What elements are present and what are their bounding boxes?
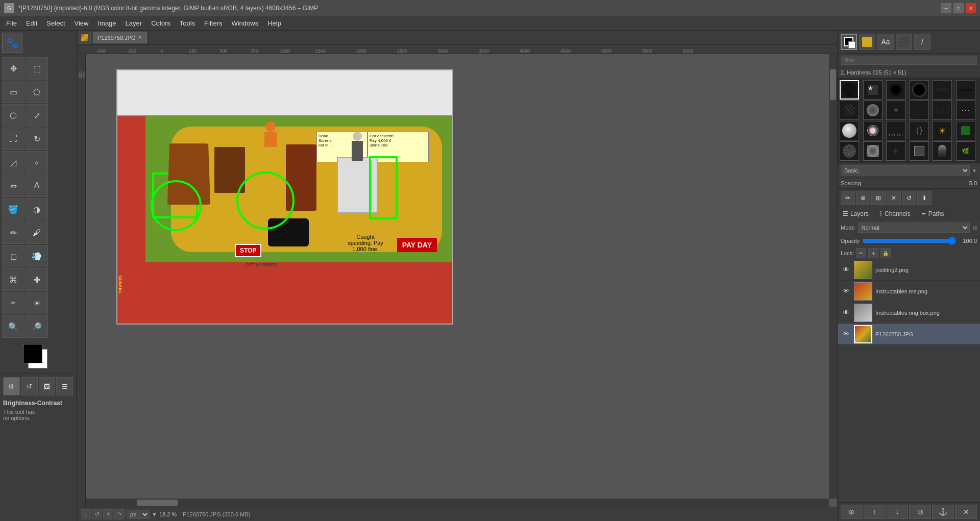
rect-select-btn[interactable]: ▭ (2, 81, 24, 103)
brush-swatch-24[interactable]: 🌿 (956, 141, 975, 161)
brush-action-btn-1[interactable]: ✏ (841, 191, 855, 205)
paintbrush-tool-btn[interactable]: 🖌 (26, 221, 48, 244)
brush-swatch-4[interactable] (910, 80, 929, 100)
maximize-btn[interactable]: □ (953, 3, 964, 13)
brush-swatch-7[interactable] (840, 101, 859, 120)
brush-swatch-8[interactable] (863, 101, 883, 120)
tool-options-tab3[interactable]: 🖼 (39, 377, 56, 395)
tool-options-tab1[interactable]: ⚙ (3, 377, 20, 395)
raise-layer-btn[interactable]: ↑ (864, 505, 886, 519)
tool-options-tab4[interactable]: ☰ (56, 377, 73, 395)
brush-action-btn-5[interactable]: ↺ (902, 191, 916, 205)
dodge-tool-btn[interactable]: ☀ (26, 292, 48, 314)
eraser-tool-btn[interactable]: ◻ (2, 245, 24, 267)
brush-swatch-10[interactable] (910, 101, 929, 120)
hscroll-thumb[interactable] (137, 500, 178, 506)
text-tool-btn[interactable]: A (26, 175, 48, 197)
fuzzy-select-btn[interactable]: ⬡ (2, 104, 24, 127)
unit-select[interactable]: px mm in (127, 510, 150, 519)
menu-file[interactable]: File (2, 17, 21, 29)
airbrush-tool-btn[interactable]: 💨 (26, 245, 48, 267)
free-select-btn[interactable]: ⬠ (26, 81, 48, 103)
menu-view[interactable]: View (70, 17, 93, 29)
tab-close-btn[interactable]: ✕ (138, 34, 142, 41)
brush-swatch-19[interactable] (840, 141, 859, 161)
perspective-tool-btn[interactable]: ⬦ (26, 151, 48, 173)
menu-select[interactable]: Select (42, 17, 69, 29)
fonts-icon-btn[interactable]: Aa (877, 34, 894, 50)
brush-swatch-14[interactable] (863, 121, 883, 140)
vertical-scrollbar[interactable] (829, 54, 837, 499)
statusbar-icon2[interactable]: ↺ (92, 509, 102, 519)
smudge-tool-btn[interactable]: ≈ (2, 292, 24, 314)
delete-layer-btn[interactable]: ✕ (955, 505, 977, 519)
opacity-slider[interactable] (863, 237, 956, 245)
new-layer-btn[interactable]: ⊕ (841, 505, 863, 519)
brush-mode-select[interactable]: Basic, Hardness (841, 165, 970, 176)
flip-tool-btn[interactable]: ⇔ (2, 175, 24, 197)
color-picker-btn[interactable]: 🔍 (2, 315, 24, 338)
lower-layer-btn[interactable]: ↓ (887, 505, 909, 519)
lock-alpha-btn[interactable]: 🔒 (880, 248, 891, 258)
move-tool-btn[interactable]: ✥ (2, 57, 24, 80)
brush-swatch-5[interactable] (933, 80, 952, 100)
menu-colors[interactable]: Colors (147, 17, 175, 29)
layer-visibility-p1260750[interactable]: 👁 (841, 329, 851, 339)
brush-swatch-12[interactable]: ⋯ (956, 101, 975, 120)
menu-layer[interactable]: Layer (121, 17, 146, 29)
brush-swatch-3[interactable] (886, 80, 905, 100)
brush-swatch-9[interactable]: ✦ (886, 101, 905, 120)
layer-item-ring-box[interactable]: 👁 Instructables ring box.png (838, 302, 980, 324)
menu-windows[interactable]: Windows (227, 17, 262, 29)
menu-help[interactable]: Help (263, 17, 285, 29)
channels-tab[interactable]: ⦚ Channels (874, 207, 916, 220)
lock-pixels-btn[interactable]: ✏ (856, 248, 866, 258)
patterns-icon-btn[interactable] (896, 34, 912, 50)
crop-tool-btn[interactable]: ⛶ (2, 128, 24, 150)
menu-tools[interactable]: Tools (176, 17, 199, 29)
align-tool-btn[interactable]: ⬚ (26, 57, 48, 80)
brush-swatch-23[interactable] (933, 141, 952, 161)
duplicate-layer-btn[interactable]: ⧉ (909, 505, 931, 519)
anchor-layer-btn[interactable]: ⚓ (932, 505, 954, 519)
menu-edit[interactable]: Edit (22, 17, 41, 29)
layer-item-jositting2[interactable]: 👁 jositting2.png (838, 259, 980, 281)
paths-tab[interactable]: ✒ Paths (916, 207, 950, 220)
pencil-tool-btn[interactable]: ✏ (2, 221, 24, 244)
brush-swatch-13[interactable] (840, 121, 859, 140)
brush-filter-input[interactable] (841, 56, 977, 65)
tab-drag-handle[interactable] (79, 32, 91, 44)
statusbar-icon4[interactable]: ↷ (114, 509, 125, 519)
menu-filters[interactable]: Filters (200, 17, 226, 29)
brush-swatch-20[interactable] (863, 141, 883, 161)
statusbar-icon3[interactable]: ✕ (103, 509, 113, 519)
layer-visibility-instructables-me[interactable]: 👁 (841, 286, 851, 296)
layer-visibility-ring-box[interactable]: 👁 (841, 308, 851, 318)
canvas-viewport[interactable]: Road Surren- car in... Car accident! Pay… (86, 54, 837, 507)
tool-options-tab2[interactable]: ↺ (21, 377, 38, 395)
brush-swatch-16[interactable]: ⟨⟩ (910, 121, 929, 140)
brushes-icon-btn[interactable] (859, 34, 875, 50)
brush-swatch-11[interactable] (933, 101, 952, 120)
layer-mode-select[interactable]: Normal Multiply Screen (858, 222, 970, 233)
menu-image[interactable]: Image (93, 17, 120, 29)
brush-swatch-21[interactable]: + (886, 141, 905, 161)
minimize-btn[interactable]: ─ (941, 3, 951, 13)
brush-action-btn-3[interactable]: ⊞ (871, 191, 886, 205)
brush-swatch-22[interactable] (910, 141, 929, 161)
vscroll-thumb[interactable] (830, 69, 836, 100)
statusbar-icon1[interactable]: ↓ (81, 509, 91, 519)
heal-tool-btn[interactable]: ✚ (26, 268, 48, 291)
horizontal-scrollbar[interactable] (86, 499, 829, 507)
foreground-color[interactable] (23, 344, 42, 363)
clone-tool-btn[interactable]: ⌘ (2, 268, 24, 291)
gradients-icon-btn[interactable]: / (914, 34, 930, 50)
canvas-tab[interactable]: P1260750.JPG ✕ (93, 32, 147, 43)
blend-tool-btn[interactable]: ◑ (26, 198, 48, 220)
brush-swatch-15[interactable] (886, 121, 905, 140)
layers-tab[interactable]: ☰ Layers (838, 207, 874, 220)
scale-tool-btn[interactable]: ⤢ (26, 104, 48, 127)
brush-swatch-18[interactable] (956, 121, 975, 140)
zoom-tool-btn[interactable]: 🔎 (26, 315, 48, 338)
brush-action-btn-2[interactable]: ⊕ (856, 191, 870, 205)
